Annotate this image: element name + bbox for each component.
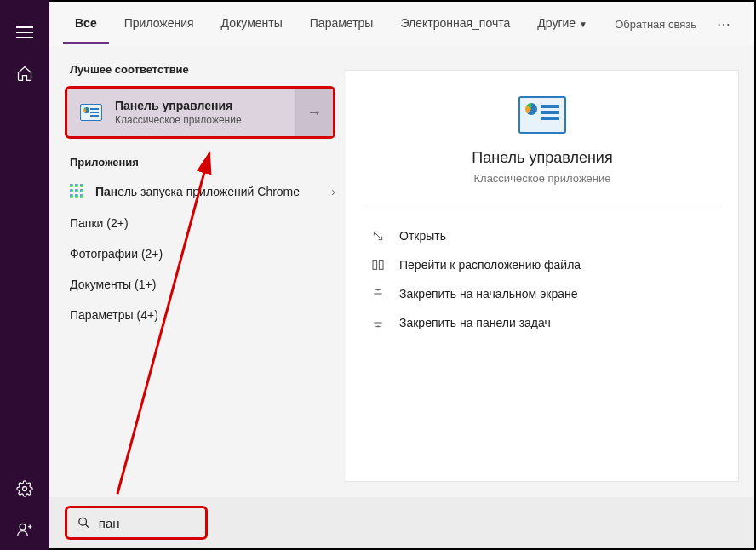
detail-title: Панель управления [364,149,721,167]
svg-point-0 [23,487,27,491]
menu-button[interactable] [4,12,45,53]
tab-apps[interactable]: Приложения [112,4,206,44]
account-button[interactable] [4,509,45,550]
detail-column: Панель управления Классическое приложени… [346,46,754,497]
more-button[interactable]: ⋯ [708,16,741,32]
detail-subtitle: Классическое приложение [364,172,721,185]
chevron-right-icon: › [331,185,335,198]
control-panel-large-icon [518,96,566,134]
detail-card: Панель управления Классическое приложени… [346,70,739,482]
best-match-title: Панель управления [115,99,295,112]
control-panel-icon [77,99,105,126]
category-photos[interactable]: Фотографии (2+) [65,238,346,269]
tab-all[interactable]: Все [63,4,109,44]
expand-arrow-icon[interactable]: → [295,89,333,136]
category-documents[interactable]: Документы (1+) [65,269,346,300]
search-bar [49,497,754,548]
search-icon [77,515,90,530]
pin-taskbar-icon [369,315,387,330]
action-file-location[interactable]: Перейти к расположению файла [365,250,719,279]
action-open[interactable]: Открыть [365,221,719,250]
start-sidebar [0,0,49,550]
search-input[interactable] [99,516,195,530]
category-folders[interactable]: Папки (2+) [65,208,346,238]
tab-documents[interactable]: Документы [209,4,295,44]
settings-button[interactable] [4,468,45,509]
app-result-label: Панель запуска приложений Chrome [95,185,331,198]
search-panel: Все Приложения Документы Параметры Элект… [49,2,754,497]
results-column: Лучшее соответствие Панель управления Кл… [49,46,346,497]
svg-rect-3 [379,261,383,270]
best-match-result[interactable]: Панель управления Классическое приложени… [65,86,335,139]
svg-rect-2 [373,261,377,270]
filter-tabs: Все Приложения Документы Параметры Элект… [49,2,754,46]
tab-email[interactable]: Электронная_почта [388,4,522,44]
tab-settings[interactable]: Параметры [298,4,386,44]
search-box[interactable] [65,506,208,540]
home-button[interactable] [4,53,45,94]
chevron-down-icon: ▼ [579,20,587,29]
app-result-chrome-launcher[interactable]: Панель запуска приложений Chrome › [65,175,346,208]
best-match-header: Лучшее соответствие [65,56,346,83]
app-grid-icon [70,184,85,199]
action-pin-start[interactable]: Закрепить на начальном экране [365,279,719,308]
apps-header: Приложения [65,149,346,175]
folder-icon [369,257,387,272]
category-settings[interactable]: Параметры (4+) [65,300,346,330]
open-icon [369,228,387,243]
pin-icon [369,286,387,301]
tab-other[interactable]: Другие▼ [525,4,599,44]
best-match-subtitle: Классическое приложение [115,114,295,126]
feedback-link[interactable]: Обратная связь [606,18,705,31]
svg-point-4 [79,518,87,525]
action-pin-taskbar[interactable]: Закрепить на панели задач [365,308,719,337]
svg-point-1 [20,524,26,530]
